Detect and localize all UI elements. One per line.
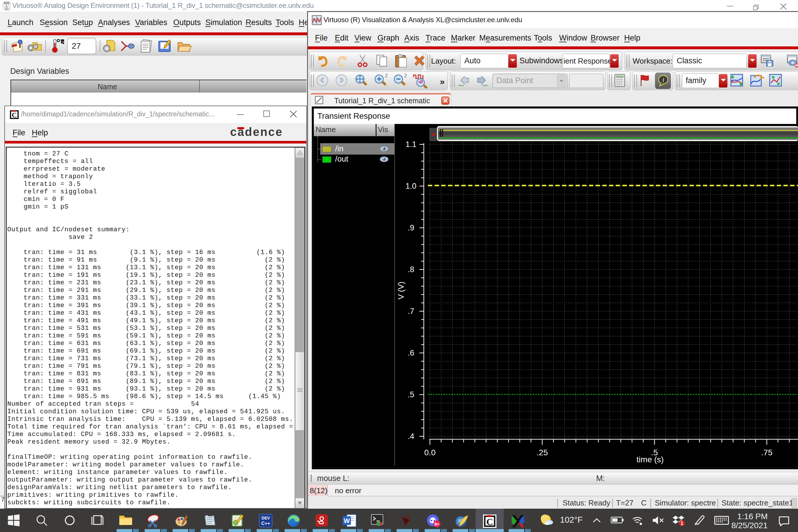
svg-text:.75: .75	[761, 448, 773, 457]
svg-text:C: C	[12, 111, 17, 119]
svg-text:2: 2	[385, 73, 387, 78]
svg-text:DEV: DEV	[262, 516, 270, 520]
svg-text:9+: 9+	[434, 521, 439, 527]
svg-text:0.0: 0.0	[424, 448, 436, 457]
svg-text:.9: .9	[408, 223, 415, 232]
svg-text:i: i	[662, 76, 664, 83]
svg-text:.7: .7	[408, 307, 415, 316]
svg-text:1: 1	[681, 521, 683, 526]
svg-text:time (s): time (s)	[636, 455, 664, 464]
svg-text:1.0: 1.0	[405, 182, 417, 190]
svg-text:C: C	[486, 516, 493, 527]
svg-text:LT: LT	[406, 515, 411, 519]
svg-text:2: 2	[404, 73, 407, 78]
svg-text:C++: C++	[261, 521, 270, 526]
svg-text:1.1: 1.1	[405, 140, 417, 149]
svg-text:.25: .25	[537, 448, 548, 457]
svg-text:W: W	[344, 517, 350, 525]
svg-text:.4: .4	[408, 432, 415, 441]
svg-text:.5: .5	[408, 390, 415, 399]
svg-text:.8: .8	[408, 265, 415, 274]
svg-text:V (V): V (V)	[397, 282, 405, 300]
svg-text:.6: .6	[408, 348, 415, 357]
